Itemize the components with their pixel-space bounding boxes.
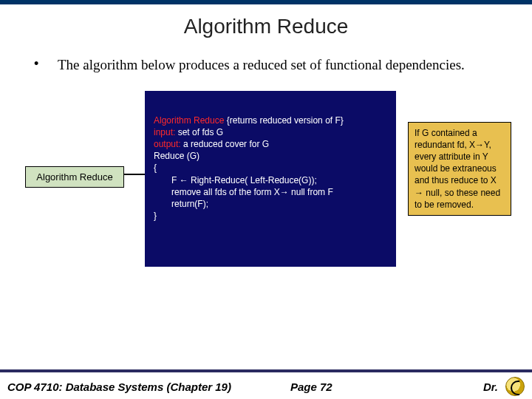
diagram-stage: Algorithm Reduce Algorithm Reduce {retur… — [0, 91, 532, 313]
code-line-6: F ← Right-Reduce( Left-Reduce(G)); — [154, 174, 387, 186]
bullet-row: • The algorithm below produces a reduced… — [31, 56, 489, 75]
code-line-4: Reduce (G) — [154, 150, 387, 162]
footer-author: Dr. — [483, 381, 498, 393]
code-keyword: output: — [154, 139, 181, 149]
code-keyword: Algorithm Reduce — [154, 115, 224, 126]
bullet-text: The algorithm below produces a reduced s… — [58, 56, 465, 75]
code-panel: Algorithm Reduce {returns reduced versio… — [145, 91, 396, 267]
code-line-8: return(F); — [154, 198, 387, 210]
code-text: {returns reduced version of F} — [224, 115, 343, 126]
code-line-1: Algorithm Reduce {returns reduced versio… — [154, 115, 387, 126]
code-line-2: input: set of fds G — [154, 126, 387, 138]
algorithm-label-box: Algorithm Reduce — [25, 166, 124, 188]
code-line-5: { — [154, 162, 387, 174]
ucf-logo-icon — [505, 377, 525, 396]
slide-title: Algorithm Reduce — [0, 15, 532, 38]
code-line-3: output: a reduced cover for G — [154, 138, 387, 150]
top-accent-bar — [0, 0, 532, 4]
code-text: set of fds G — [175, 127, 223, 137]
code-line-7: remove all fds of the form X→ null from … — [154, 186, 387, 198]
slide-footer: COP 4710: Database Systems (Chapter 19) … — [0, 369, 532, 399]
code-keyword: input: — [154, 127, 175, 137]
connector-line — [124, 174, 145, 175]
annotation-note: If G contained a redundant fd, X→Y, ever… — [408, 122, 511, 216]
bullet-marker: • — [31, 56, 58, 75]
footer-page: Page 72 — [290, 381, 332, 393]
code-line-9: } — [154, 210, 387, 222]
footer-course: COP 4710: Database Systems (Chapter 19) — [7, 381, 231, 393]
code-text: a reduced cover for G — [181, 139, 269, 149]
